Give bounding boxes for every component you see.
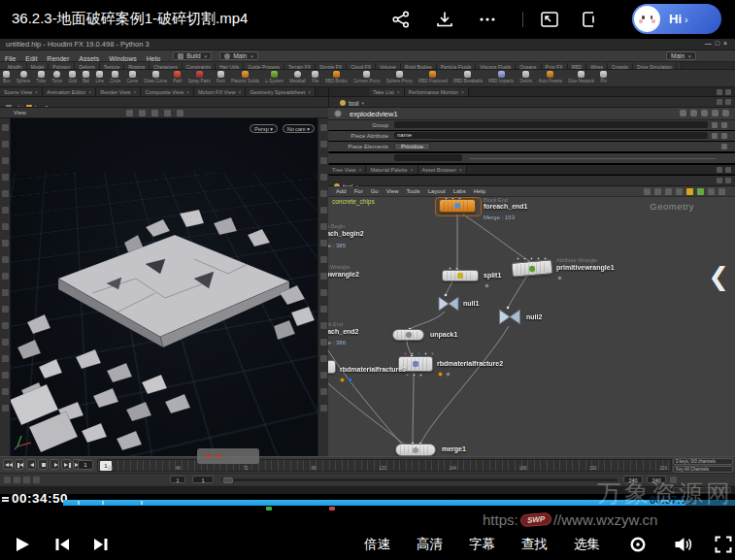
network-editor[interactable]: concrete_chips Geometry (328, 197, 735, 456)
shelf-tool[interactable]: Spray Paint (185, 70, 214, 86)
floating-window-icon[interactable] (540, 11, 559, 28)
move-tool-icon[interactable] (139, 110, 146, 116)
video-frame[interactable]: untitled.hip - Houdini FX 19.0.498 - Pyt… (0, 39, 735, 529)
transport-controls[interactable] (3, 459, 83, 470)
shelf-tool[interactable]: RBD Bricks (322, 70, 351, 86)
magnifier-icon[interactable] (708, 188, 715, 195)
record-ring-icon[interactable] (629, 536, 647, 553)
pane-tab[interactable]: Performance Monitor× (405, 87, 469, 97)
node-unpack1[interactable] (392, 329, 424, 341)
viewport-left-toolbar[interactable] (0, 118, 11, 456)
shelf-tool[interactable]: Font (214, 70, 228, 86)
scene-viewport[interactable]: Persp ▾ No cam ▾ (0, 118, 328, 456)
shelf-tool[interactable]: Torus (49, 70, 65, 86)
menu-item[interactable]: File (0, 55, 20, 62)
close-icon[interactable]: × (238, 89, 241, 97)
close-icon[interactable]: × (397, 89, 400, 98)
close-icon[interactable]: × (459, 167, 462, 175)
node-label[interactable]: foreach_begin2 (328, 230, 364, 237)
main-selector[interactable]: Main▾ (666, 51, 696, 60)
shelf-tab[interactable]: Drive Simulation (633, 63, 677, 69)
shelf-tool[interactable]: Convex Proxy (351, 70, 384, 86)
prev-episode-icon[interactable] (54, 538, 70, 551)
shelf-tool[interactable]: Auto Freeze (535, 70, 565, 86)
timeline-ruler[interactable]: 1 24487296120144168192216 (97, 459, 672, 472)
node-label[interactable]: foreach_end2 (328, 328, 359, 335)
group-field[interactable] (394, 121, 708, 128)
node-null1[interactable] (437, 295, 460, 313)
current-frame-field[interactable]: 1 (78, 460, 93, 470)
pane-split-icon[interactable] (725, 89, 731, 95)
shelf-tab[interactable]: Cloud FX (347, 63, 376, 69)
node-label[interactable]: unpack1 (430, 331, 457, 338)
shelf-tab[interactable]: Volume (376, 63, 401, 69)
prev-frame-button[interactable] (15, 459, 24, 470)
shelf-tool[interactable]: Sphere Proxy (384, 70, 416, 86)
viewport-menu[interactable]: View (14, 110, 26, 115)
pane-tab[interactable]: Composite View× (141, 87, 194, 96)
close-icon[interactable]: × (88, 89, 91, 97)
shelf-tool[interactable]: Debris (517, 70, 535, 86)
shelf-tool[interactable]: RBD Breakable (451, 70, 485, 86)
color-icon[interactable] (697, 188, 704, 195)
shelf-tab[interactable]: Viscous Fluids (476, 63, 516, 69)
shelf-tab[interactable]: Characters (150, 63, 182, 69)
search-button[interactable]: 查找 (521, 536, 548, 553)
node-label[interactable]: foreach_end1 (484, 203, 528, 210)
shelf-tool[interactable]: Draw Curve (141, 70, 170, 86)
shelf-tab[interactable]: Oceans (516, 63, 541, 69)
shelf-tab[interactable]: Texture (100, 63, 124, 69)
snippet-icon[interactable] (686, 188, 693, 195)
shelf-tool[interactable]: RBD Fractured Object (416, 70, 451, 86)
close-icon[interactable]: × (358, 167, 361, 175)
close-icon[interactable]: × (411, 167, 414, 175)
shelf-tool[interactable]: Curve (123, 70, 141, 86)
network-menu-item[interactable]: Layout (424, 188, 450, 194)
piece-elements-dropdown[interactable]: Primitive (394, 143, 430, 150)
take-selector[interactable]: tool▾ (340, 100, 364, 107)
node-label[interactable]: null1 (463, 300, 479, 307)
shelf-tab[interactable]: Pyro FX (542, 63, 568, 69)
node-label[interactable]: rbdmaterialfracture3 (340, 366, 406, 373)
grid-icon[interactable] (665, 188, 672, 195)
camera-nocam-button[interactable]: No cam ▾ (283, 124, 315, 133)
shelf-tool[interactable]: Glue Network (565, 70, 597, 86)
shelf-tool[interactable]: L-System (262, 70, 286, 86)
next-episode-icon[interactable] (93, 538, 109, 551)
shelf-tab[interactable]: Rigging (124, 63, 150, 69)
shelf-tool[interactable]: Sphere (14, 70, 34, 86)
pane-tab[interactable]: Tree View× (328, 165, 366, 174)
wrench-icon[interactable] (644, 188, 651, 195)
window-buttons[interactable]: —□× (705, 40, 731, 47)
next-frame-button[interactable] (61, 459, 71, 470)
slider-track[interactable] (470, 158, 716, 159)
network-menu-item[interactable]: For (351, 188, 367, 194)
episodes-button[interactable]: 选集 (574, 536, 600, 553)
select-tool-icon[interactable] (126, 110, 133, 116)
node-rbdmaterialfracture3[interactable] (328, 360, 336, 374)
shelf-tool[interactable]: Grid (65, 70, 80, 86)
pane-tab[interactable]: Render View× (96, 87, 141, 96)
snap-icon[interactable] (151, 110, 158, 116)
stop-button[interactable] (38, 459, 48, 470)
dropdown-icon[interactable] (712, 122, 718, 128)
piece-attribute-field[interactable]: name (394, 132, 708, 139)
shade-icon[interactable] (164, 110, 171, 116)
share-icon[interactable] (391, 11, 411, 28)
account-button[interactable]: Hi › (632, 4, 721, 34)
menu-item[interactable]: Windows (104, 55, 141, 62)
refresh-icon[interactable] (725, 99, 731, 105)
shelf-tool[interactable]: File (309, 70, 321, 86)
select-arrow-icon[interactable] (721, 122, 727, 128)
pane-tab[interactable]: Material Palette× (366, 165, 418, 174)
keys-dropdown[interactable]: 0 keys, 0/0 channels (673, 458, 733, 465)
fullscreen-icon[interactable] (715, 536, 732, 553)
menu-item[interactable]: Edit (20, 55, 42, 62)
mini-player-icon[interactable] (581, 11, 600, 28)
close-icon[interactable]: × (461, 89, 464, 98)
camera-persp-button[interactable]: Persp ▾ (250, 124, 278, 133)
pin-icon[interactable] (721, 133, 727, 139)
plus-icon[interactable] (717, 178, 722, 183)
layout-icon[interactable] (676, 188, 683, 195)
play-button[interactable] (50, 459, 59, 470)
